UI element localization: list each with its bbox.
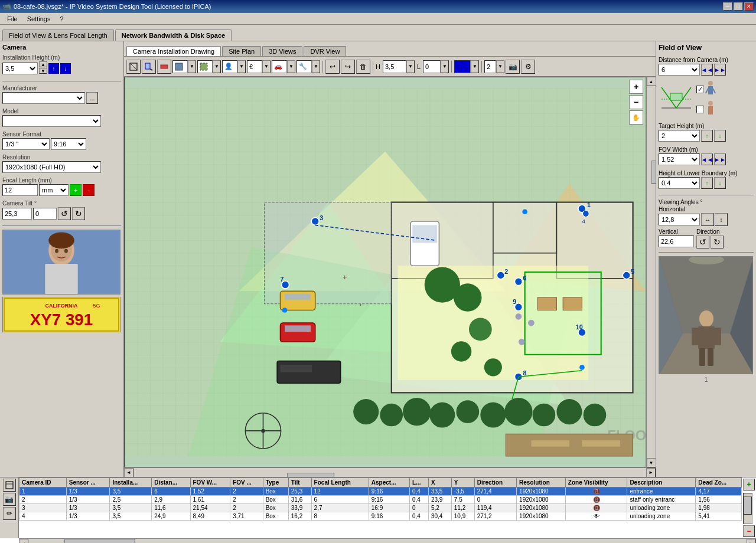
- installation-height-select[interactable]: 3,5: [2, 63, 38, 74]
- drawing-canvas[interactable]: + − ✋: [124, 77, 646, 467]
- minimize-button[interactable]: ─: [723, 2, 732, 11]
- resolution-select[interactable]: 1920x1080 (Full HD): [2, 161, 101, 173]
- close-button[interactable]: ✕: [744, 2, 754, 11]
- height-down-btn[interactable]: ▼: [39, 68, 47, 74]
- lens-input[interactable]: [423, 60, 441, 73]
- drawing-tab-camera-installation[interactable]: Camera Installation Drawing: [126, 46, 221, 56]
- horiz-expand-v[interactable]: ↕: [715, 213, 728, 226]
- focal-unit-select[interactable]: mm: [39, 184, 69, 196]
- tab-network-bandwidth[interactable]: Network Bandwidth & Disk Space: [115, 30, 232, 41]
- lower-boundary-select[interactable]: 0,4: [659, 177, 700, 189]
- zone-combo-arrow[interactable]: ▼: [213, 60, 221, 73]
- table-tool-3[interactable]: ✏: [3, 507, 16, 520]
- camera-settings-btn[interactable]: 📷: [506, 60, 520, 74]
- horizontal-select[interactable]: 12,8: [659, 214, 700, 225]
- scroll-down-btn[interactable]: ▼: [647, 458, 656, 467]
- scroll-thumb-v[interactable]: [651, 161, 656, 184]
- dist-right-arrow[interactable]: ►►: [714, 64, 726, 76]
- color-picker[interactable]: ▼: [454, 60, 479, 73]
- table-row[interactable]: 2 1/3 2,5 2,9 1,61 2 Box 31,6 6 9:16 0,4…: [19, 496, 742, 504]
- table-vscroll[interactable]: [743, 493, 752, 524]
- tilt-cw-btn[interactable]: ↻: [72, 207, 85, 220]
- table-row[interactable]: 3 1/3 3,5 11,6 21,54 2 Box 33,9 2,7 16:9…: [19, 504, 742, 512]
- wall-combo-arrow[interactable]: ▼: [188, 60, 196, 73]
- table-add-btn[interactable]: +: [743, 479, 755, 490]
- window-controls[interactable]: ─ □ ✕: [723, 2, 754, 11]
- select-tool-btn[interactable]: [142, 60, 156, 74]
- scroll-thumb-h[interactable]: [287, 473, 334, 477]
- target-down-arrow[interactable]: ↓: [714, 130, 726, 142]
- target-up-arrow[interactable]: ↑: [701, 130, 713, 142]
- sensor-format-select[interactable]: 1/3 ": [2, 138, 50, 150]
- dir-cw-btn[interactable]: ↻: [711, 235, 724, 248]
- height-input[interactable]: [383, 60, 406, 73]
- vertical-scrollbar[interactable]: ▲ ▼: [646, 77, 656, 467]
- settings-btn[interactable]: ⚙: [521, 60, 535, 74]
- table-remove-btn[interactable]: −: [743, 525, 755, 537]
- height-up-arrow[interactable]: ↑: [48, 63, 59, 74]
- fov-width-right[interactable]: ►►: [714, 153, 726, 165]
- zoom-out-btn[interactable]: −: [629, 95, 643, 109]
- lens-combo[interactable]: ▼: [423, 60, 449, 73]
- person-checkbox-1[interactable]: ✓: [696, 86, 704, 93]
- table-tool-2[interactable]: 📷: [3, 493, 16, 506]
- tool-combo2[interactable]: 🔧 ▼: [296, 60, 320, 73]
- table-tool-1[interactable]: [3, 479, 16, 492]
- zoom-in-btn[interactable]: +: [629, 80, 643, 94]
- fov-width-select[interactable]: 1,52: [659, 153, 700, 165]
- vehicle-combo[interactable]: 🚗 ▼: [272, 60, 295, 73]
- height-combo[interactable]: ▼: [383, 60, 415, 73]
- delete-btn[interactable]: 🗑: [356, 60, 370, 74]
- tilt-ccw-btn[interactable]: ↺: [58, 207, 71, 220]
- zoom-combo-arrow[interactable]: ▼: [496, 60, 504, 73]
- drawing-tab-dvr-view[interactable]: DVR View: [304, 46, 346, 56]
- zone-combo[interactable]: ▼: [197, 60, 221, 73]
- vehicle-combo-arrow[interactable]: ▼: [287, 60, 295, 73]
- table-row[interactable]: 1 1/3 3,5 6 1,52 2 Box 25,3 12 9:16 0,4 …: [19, 488, 742, 496]
- table-scroll-left[interactable]: ◄: [19, 539, 28, 543]
- table-scroll-thumb-h[interactable]: [64, 539, 135, 543]
- dist-left-arrow[interactable]: ◄◄: [701, 64, 713, 76]
- table-scroll-thumb[interactable]: [744, 496, 752, 515]
- focal-add-btn[interactable]: +: [70, 184, 82, 196]
- model-select[interactable]: [2, 115, 101, 127]
- draw-tool-btn[interactable]: [126, 60, 141, 74]
- currency-combo[interactable]: € ▼: [247, 60, 271, 73]
- scroll-left-btn[interactable]: ◄: [124, 468, 133, 477]
- height-up-btn[interactable]: ▲: [39, 61, 47, 67]
- table-hscroll[interactable]: ◄ ►: [19, 538, 756, 543]
- tab-fov-lens[interactable]: Field of View & Lens Focal Length: [2, 30, 114, 41]
- horiz-expand-h[interactable]: ↔: [701, 213, 714, 226]
- height-down-arrow[interactable]: ↓: [60, 63, 71, 74]
- person-checkbox-2[interactable]: [696, 106, 704, 113]
- manufacturer-select[interactable]: [2, 92, 85, 104]
- pan-btn[interactable]: ✋: [629, 110, 643, 125]
- target-height-select[interactable]: 2: [659, 130, 700, 142]
- person-combo[interactable]: 👤 ▼: [222, 60, 246, 73]
- horizontal-scrollbar[interactable]: ◄ ►: [124, 467, 656, 477]
- height-combo-arrow[interactable]: ▼: [406, 60, 415, 73]
- boundary-up-arrow[interactable]: ↑: [701, 177, 713, 189]
- drawing-tab-site-plan[interactable]: Site Plan: [222, 46, 261, 56]
- tool-combo2-arrow[interactable]: ▼: [312, 60, 320, 73]
- camera-tilt-input2[interactable]: [33, 208, 57, 220]
- dir-ccw-btn[interactable]: ↺: [696, 235, 709, 248]
- scroll-right-btn[interactable]: ►: [646, 468, 656, 477]
- menu-settings[interactable]: Settings: [22, 14, 56, 24]
- undo-btn[interactable]: ↩: [325, 60, 340, 74]
- focal-length-input[interactable]: [2, 184, 38, 196]
- menu-help[interactable]: ?: [55, 14, 68, 24]
- fov-width-left[interactable]: ◄◄: [701, 153, 713, 165]
- vertical-input[interactable]: [659, 235, 694, 247]
- focal-remove-btn[interactable]: -: [83, 184, 94, 196]
- maximize-button[interactable]: □: [734, 2, 743, 11]
- wall-tool-btn[interactable]: [157, 60, 171, 74]
- person-combo-arrow[interactable]: ▼: [237, 60, 246, 73]
- zoom-combo[interactable]: 2 ▼: [484, 60, 504, 73]
- color-picker-arrow[interactable]: ▼: [471, 60, 479, 73]
- scroll-up-btn[interactable]: ▲: [647, 77, 656, 86]
- menu-file[interactable]: File: [2, 14, 22, 24]
- lens-combo-arrow[interactable]: ▼: [441, 60, 449, 73]
- table-row[interactable]: 4 1/3 3,5 24,9 8,49 3,71 Box 16,2 8 9:16…: [19, 512, 742, 521]
- drawing-tab-3d-views[interactable]: 3D Views: [262, 46, 302, 56]
